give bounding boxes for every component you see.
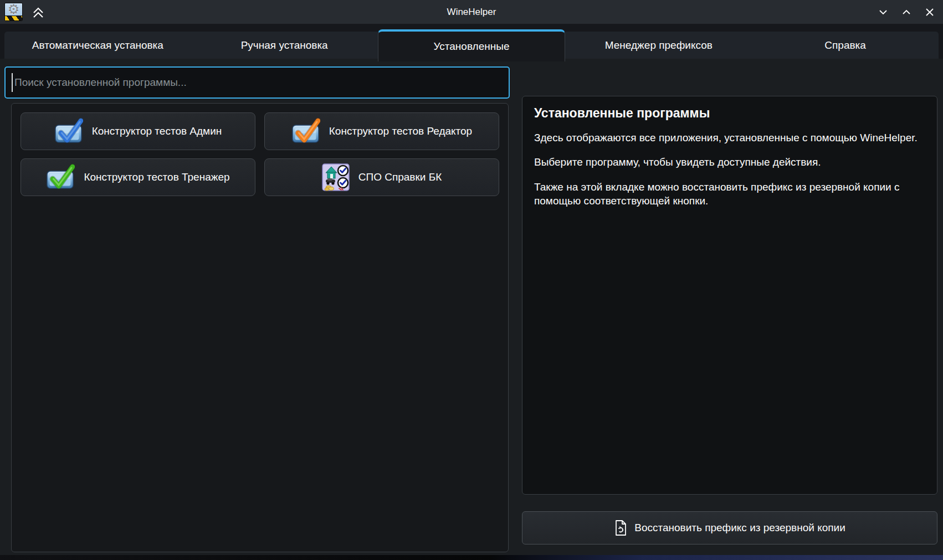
checkbox-orange-icon: [291, 117, 320, 146]
desktop-background-strip: [0, 555, 943, 560]
program-button-spo-spravki-bk[interactable]: СПО Справки БК: [264, 158, 499, 196]
search-input[interactable]: [4, 66, 510, 99]
winehelper-window: ⚙ WineHelper: [0, 0, 943, 555]
window-controls: [877, 0, 936, 24]
chevron-down-icon: [877, 6, 890, 19]
installed-programs-panel: Конструктор тестов Админ: [11, 103, 509, 552]
tab-label: Автоматическая установка: [32, 39, 163, 52]
maximize-button[interactable]: [900, 6, 913, 19]
restore-document-icon: [614, 520, 627, 536]
tab-label: Установленные: [434, 40, 510, 53]
restore-button-label: Восстановить префикс из резервной копии: [634, 522, 845, 534]
info-panel-title: Установленные программы: [534, 106, 925, 121]
titlebar: ⚙ WineHelper: [0, 0, 943, 24]
info-panel: Установленные программы Здесь отображают…: [522, 96, 937, 495]
info-paragraph: Выберите программу, чтобы увидеть доступ…: [534, 155, 925, 169]
chevron-up-icon: [900, 6, 913, 19]
program-button-konstruktor-trenazher[interactable]: Конструктор тестов Тренажер: [20, 158, 255, 196]
tab-prefix-manager[interactable]: Менеджер префиксов: [565, 32, 752, 59]
info-paragraph: Также на этой вкладке можно восстановить…: [534, 180, 925, 208]
tab-auto-install[interactable]: Автоматическая установка: [4, 32, 191, 59]
checkbox-green-icon: [46, 163, 75, 192]
program-label: Конструктор тестов Админ: [92, 125, 222, 137]
program-button-konstruktor-admin[interactable]: Конструктор тестов Админ: [20, 112, 255, 150]
tab-installed[interactable]: Установленные: [378, 29, 566, 61]
program-label: СПО Справки БК: [358, 171, 442, 183]
program-label: Конструктор тестов Редактор: [329, 125, 472, 137]
tabbar: Автоматическая установка Ручная установк…: [0, 24, 943, 59]
program-button-konstruktor-redaktor[interactable]: Конструктор тестов Редактор: [264, 112, 499, 150]
program-grid: Конструктор тестов Админ: [20, 112, 499, 196]
tab-help[interactable]: Справка: [752, 32, 939, 59]
tab-label: Менеджер префиксов: [605, 39, 713, 52]
tab-label: Ручная установка: [241, 39, 328, 52]
spo-spravki-icon: [322, 163, 350, 191]
installed-tab-page: Конструктор тестов Админ: [0, 59, 943, 555]
minimize-button[interactable]: [877, 6, 890, 19]
info-paragraph: Здесь отображаются все приложения, устан…: [534, 131, 925, 145]
tab-manual-install[interactable]: Ручная установка: [191, 32, 378, 59]
window-title: WineHelper: [0, 0, 943, 24]
program-label: Конструктор тестов Тренажер: [84, 171, 229, 183]
checkbox-blue-icon: [54, 117, 83, 146]
tab-label: Справка: [824, 39, 866, 52]
close-button[interactable]: [923, 6, 936, 19]
text-caret: [12, 73, 13, 92]
close-icon: [923, 6, 936, 19]
restore-prefix-button[interactable]: Восстановить префикс из резервной копии: [522, 511, 937, 544]
